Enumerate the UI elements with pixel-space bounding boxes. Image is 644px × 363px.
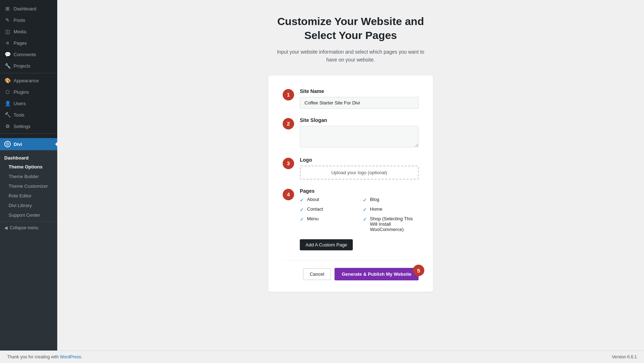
footer-credit: Thank you for creating with WordPress. (7, 354, 82, 359)
form-card: 1 Site Name 2 Site Slogan 3 Logo Upload … (268, 75, 433, 292)
sidebar-item-theme-customizer[interactable]: Theme Customizer (0, 181, 57, 191)
check-home-icon: ✓ (363, 207, 367, 212)
wordpress-link[interactable]: WordPress (60, 354, 81, 359)
check-about-icon: ✓ (300, 197, 304, 203)
page-check-shop: ✓ Shop (Selecting This Will Install WooC… (363, 216, 419, 232)
sidebar-top-section: ⊞ Dashboard ✎ Posts ◫ Media ≡ Pages 💬 Co… (0, 0, 57, 138)
step3-section: 3 Logo Upload your logo (optional) (283, 157, 419, 180)
page-check-contact: ✓ Contact (300, 206, 356, 212)
site-slogan-input[interactable] (300, 126, 419, 147)
footer-bar: Thank you for creating with WordPress. V… (0, 350, 644, 363)
site-name-field: Site Name (300, 88, 419, 109)
check-shop-icon: ✓ (363, 216, 367, 222)
divi-section: D Divi Dashboard Theme Options Theme Bui… (0, 138, 57, 363)
logo-label: Logo (300, 157, 419, 163)
comments-icon: 💬 (4, 51, 11, 57)
pages-icon: ≡ (4, 40, 11, 46)
step2-badge: 2 (283, 118, 294, 129)
sidebar-item-posts[interactable]: ✎ Posts (0, 14, 57, 26)
divi-icon: D (4, 141, 11, 147)
posts-icon: ✎ (4, 17, 11, 23)
sidebar-item-comments[interactable]: 💬 Comments (0, 49, 57, 60)
site-slogan-field: Site Slogan (300, 117, 419, 148)
site-slogan-label: Site Slogan (300, 117, 419, 123)
step3-badge: 3 (283, 158, 294, 169)
sidebar-item-users[interactable]: 👤 Users (0, 98, 57, 109)
step1-badge: 1 (283, 89, 294, 100)
pages-label: Pages (300, 188, 419, 194)
step5-badge: 5 (413, 265, 424, 276)
logo-field: Logo Upload your logo (optional) (300, 157, 419, 180)
sidebar-item-support-center[interactable]: Support Center (0, 210, 57, 220)
page-check-about: ✓ About (300, 197, 356, 203)
divi-menu-header[interactable]: D Divi (0, 138, 57, 150)
page-check-menu: ✓ Menu (300, 216, 356, 232)
plugins-icon: ⬡ (4, 89, 11, 95)
page-check-home: ✓ Home (363, 206, 419, 212)
sidebar-item-pages[interactable]: ≡ Pages (0, 37, 57, 49)
sidebar-item-media[interactable]: ◫ Media (0, 26, 57, 37)
step1-section: 1 Site Name (283, 88, 419, 109)
projects-icon: 🔧 (4, 63, 11, 69)
check-menu-icon: ✓ (300, 216, 304, 222)
sidebar-item-role-editor[interactable]: Role Editor (0, 191, 57, 201)
sidebar-item-projects[interactable]: 🔧 Projects (0, 60, 57, 72)
add-custom-page-button[interactable]: Add A Custom Page (300, 239, 353, 250)
sidebar: ⊞ Dashboard ✎ Posts ◫ Media ≡ Pages 💬 Co… (0, 0, 57, 363)
page-title: Customize Your Website and Select Your P… (277, 14, 424, 42)
generate-publish-button[interactable]: Generate & Publish My Website (335, 268, 419, 280)
cancel-button[interactable]: Cancel (303, 268, 331, 280)
settings-icon: ⚙ (4, 123, 11, 129)
sidebar-item-theme-options[interactable]: Theme Options (0, 162, 57, 172)
logo-upload-button[interactable]: Upload your logo (optional) (300, 166, 419, 180)
dashboard-icon: ⊞ (4, 6, 11, 11)
page-subtitle: Input your website information and selec… (275, 48, 426, 64)
sidebar-item-settings[interactable]: ⚙ Settings (0, 121, 57, 132)
form-footer: Cancel Generate & Publish My Website 5 (283, 260, 419, 280)
collapse-icon: ◀ (4, 225, 8, 230)
sidebar-item-plugins[interactable]: ⬡ Plugins (0, 86, 57, 98)
step4-section: 4 Pages ✓ About ✓ Blog ✓ Contact (283, 188, 419, 250)
users-icon: 👤 (4, 100, 11, 106)
sidebar-item-tools[interactable]: 🔨 Tools (0, 109, 57, 121)
appearance-icon: 🎨 (4, 78, 11, 83)
collapse-menu-button[interactable]: ◀ Collapse menu (0, 221, 57, 234)
step2-section: 2 Site Slogan (283, 117, 419, 148)
footer-version: Version 6.6.1 (612, 354, 637, 359)
sidebar-item-divi-library[interactable]: Divi Library (0, 201, 57, 210)
pages-grid: ✓ About ✓ Blog ✓ Contact ✓ Home (300, 197, 419, 232)
divi-submenu-heading: Dashboard (0, 152, 57, 162)
media-icon: ◫ (4, 29, 11, 34)
pages-field: Pages ✓ About ✓ Blog ✓ Contact (300, 188, 419, 250)
sidebar-item-dashboard[interactable]: ⊞ Dashboard (0, 3, 57, 14)
page-check-blog: ✓ Blog (363, 197, 419, 203)
step4-badge: 4 (283, 189, 294, 200)
sidebar-item-appearance[interactable]: 🎨 Appearance (0, 75, 57, 86)
main-content: Customize Your Website and Select Your P… (57, 0, 644, 363)
site-name-input[interactable] (300, 97, 419, 109)
check-blog-icon: ✓ (363, 197, 367, 203)
sidebar-item-theme-builder[interactable]: Theme Builder (0, 172, 57, 181)
check-contact-icon: ✓ (300, 207, 304, 212)
site-name-label: Site Name (300, 88, 419, 94)
tools-icon: 🔨 (4, 112, 11, 118)
divi-submenu: Dashboard Theme Options Theme Builder Th… (0, 150, 57, 221)
